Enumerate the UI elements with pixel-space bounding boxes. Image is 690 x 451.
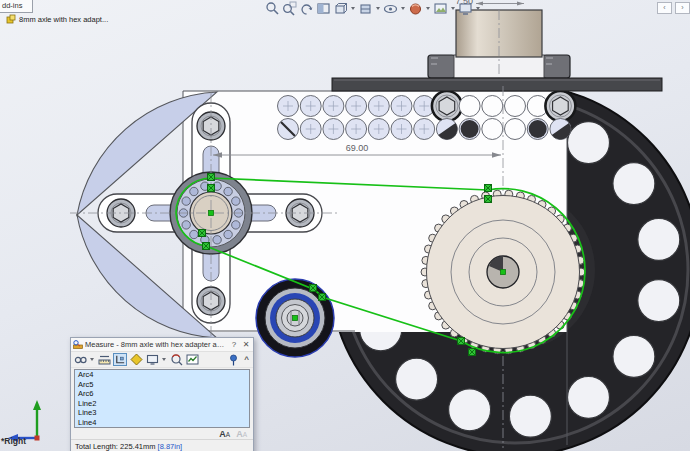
display-style-icon[interactable] — [358, 1, 373, 16]
pin-icon[interactable] — [226, 353, 240, 366]
measure-icon — [73, 340, 83, 350]
point-to-point-icon[interactable] — [129, 353, 143, 366]
chevron-down-icon[interactable] — [401, 7, 405, 10]
total-length-mm: 225.41mm — [120, 442, 155, 451]
units-precision-icon[interactable] — [97, 353, 111, 366]
solidworks-window: 7.50 — [0, 0, 690, 451]
chevron-down-icon[interactable] — [476, 7, 480, 10]
font-size-controls: AA AA — [71, 429, 253, 439]
projected-on-icon[interactable] — [145, 353, 159, 366]
previous-view-icon[interactable] — [299, 1, 314, 16]
view-orientation-icon[interactable] — [333, 1, 348, 16]
measure-result-item[interactable]: Line2 — [75, 399, 249, 409]
help-button[interactable]: ? — [229, 340, 239, 349]
tab-add-ins[interactable]: dd-ins — [0, 0, 33, 13]
total-length-label: Total Length: — [75, 442, 118, 451]
measure-dialog[interactable]: Measure - 8mm axle with hex adapter an..… — [70, 337, 254, 451]
close-button[interactable]: ✕ — [241, 340, 251, 349]
hide-show-items-icon[interactable] — [383, 1, 398, 16]
measure-result-item[interactable]: Arc6 — [75, 389, 249, 399]
section-view-icon[interactable] — [316, 1, 331, 16]
font-increase-icon[interactable]: AA — [219, 430, 230, 439]
total-length-line: Total Length: 225.41mm [8.87in] — [75, 442, 249, 451]
feature-tree-root[interactable]: 8mm axle with hex adapt... — [6, 14, 108, 24]
measure-dialog-titlebar[interactable]: Measure - 8mm axle with hex adapter an..… — [71, 338, 253, 352]
measurement-history-icon[interactable] — [169, 353, 183, 366]
apply-scene-icon[interactable] — [433, 1, 448, 16]
heads-up-view-toolbar — [265, 1, 481, 16]
arc-measurements-icon[interactable] — [73, 353, 87, 366]
measure-result-item[interactable]: Line4 — [75, 418, 249, 428]
feature-tree-root-label: 8mm axle with hex adapt... — [19, 15, 108, 24]
chevron-down-icon[interactable] — [351, 7, 355, 10]
view-orientation-label: *Right — [1, 436, 26, 446]
chevron-down-icon[interactable] — [426, 7, 430, 10]
font-decrease-icon[interactable]: AA — [236, 430, 247, 439]
measure-dialog-toolbar: ^ — [71, 352, 253, 368]
panel-toggles: ‹ › — [657, 2, 690, 14]
collapse-button[interactable]: ^ — [242, 355, 251, 364]
measure-result-item[interactable]: Arc4 — [75, 370, 249, 380]
dimension-value[interactable]: 69.00 — [346, 143, 369, 153]
measure-dialog-title: Measure - 8mm axle with hex adapter an..… — [85, 340, 227, 349]
chevron-down-icon[interactable] — [162, 358, 166, 361]
assembly-icon — [6, 14, 16, 24]
measure-result-item[interactable]: Arc5 — [75, 380, 249, 390]
create-sensor-icon[interactable] — [185, 353, 199, 366]
chevron-down-icon[interactable] — [90, 358, 94, 361]
measure-results-summary: Total Length: 225.41mm [8.87in] 8mm axle… — [71, 439, 253, 451]
panel-toggle-left[interactable]: ‹ — [657, 2, 672, 14]
measure-result-item[interactable]: Line3 — [75, 408, 249, 418]
total-length-in[interactable]: [8.87in] — [158, 442, 183, 451]
show-xyz-measurements-icon[interactable] — [113, 353, 127, 366]
chevron-down-icon[interactable] — [376, 7, 380, 10]
chevron-down-icon[interactable] — [451, 7, 455, 10]
view-settings-icon[interactable] — [458, 1, 473, 16]
edit-appearance-icon[interactable] — [408, 1, 423, 16]
panel-toggle-right[interactable]: › — [675, 2, 690, 14]
zoom-to-area-icon[interactable] — [282, 1, 297, 16]
measure-results-list[interactable]: Arc4Arc5Arc6Line2Line3Line4 — [74, 369, 250, 428]
zoom-to-fit-icon[interactable] — [265, 1, 280, 16]
